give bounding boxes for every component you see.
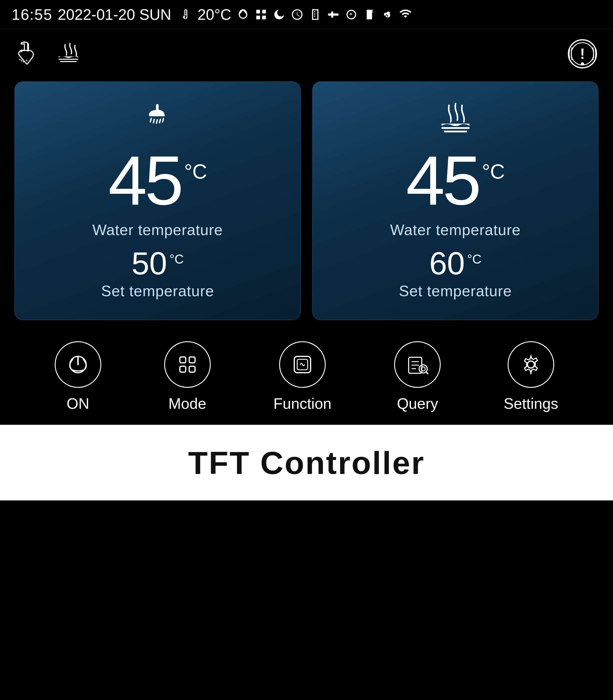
card2-set-temp-unit: °C bbox=[467, 252, 481, 266]
svg-line-14 bbox=[150, 118, 151, 122]
nav-function[interactable]: Function bbox=[273, 341, 331, 412]
card1-water-temp-unit: °C bbox=[184, 160, 207, 183]
svg-rect-8 bbox=[28, 43, 29, 51]
card2-water-temp-label: Water temperature bbox=[390, 221, 521, 239]
svg-rect-24 bbox=[189, 366, 195, 372]
svg-line-17 bbox=[159, 119, 160, 123]
nav-on[interactable]: ON bbox=[55, 341, 101, 412]
top-icons-row: ! bbox=[0, 29, 613, 76]
pipe-icon bbox=[327, 8, 340, 21]
svg-rect-21 bbox=[180, 357, 186, 363]
status-temperature: 20°C bbox=[197, 6, 231, 23]
footer-title: TFT Controller bbox=[188, 444, 425, 481]
query-label: Query bbox=[397, 395, 438, 412]
alert-top-icon[interactable]: ! bbox=[566, 38, 598, 70]
card2-water-temp-unit: °C bbox=[482, 160, 505, 183]
heat-top-icon[interactable] bbox=[55, 41, 81, 67]
heat-card[interactable]: 45 °C Water temperature 60 °C Set temper… bbox=[312, 81, 598, 320]
svg-text:!: ! bbox=[580, 46, 585, 62]
svg-line-4 bbox=[19, 59, 20, 61]
tank-icon: 1 bbox=[363, 8, 376, 21]
wifi-icon bbox=[399, 8, 412, 21]
status-bar: 16:55 2022-01-20 SUN 20°C 1 bbox=[0, 0, 613, 29]
card-heat-icon bbox=[438, 102, 473, 137]
svg-line-15 bbox=[153, 119, 154, 123]
card2-water-temp-value: 45 bbox=[406, 145, 479, 215]
card1-water-temp-display: 45 °C bbox=[108, 145, 207, 215]
card1-water-temp-label: Water temperature bbox=[92, 221, 223, 239]
card1-water-temp-value: 45 bbox=[108, 145, 181, 215]
card1-set-temp-unit: °C bbox=[169, 252, 184, 266]
shower-top-icon[interactable] bbox=[15, 41, 41, 67]
svg-line-33 bbox=[426, 372, 428, 374]
footer: TFT Controller bbox=[0, 425, 613, 500]
mode-circle bbox=[164, 341, 211, 388]
mode-icon bbox=[176, 353, 199, 376]
svg-text:1: 1 bbox=[371, 9, 374, 13]
svg-rect-22 bbox=[189, 357, 195, 363]
status-time: 16:55 bbox=[12, 6, 52, 23]
fan-icon bbox=[381, 8, 394, 21]
function-icon bbox=[291, 353, 314, 376]
grid-icon bbox=[255, 8, 268, 21]
shower-card[interactable]: 45 °C Water temperature 50 °C Set temper… bbox=[15, 81, 301, 320]
svg-point-12 bbox=[581, 62, 584, 65]
svg-rect-1 bbox=[331, 11, 333, 18]
thermometer-icon bbox=[179, 8, 192, 21]
nav-mode[interactable]: Mode bbox=[164, 341, 211, 412]
power-icon bbox=[66, 353, 90, 376]
on-circle bbox=[55, 341, 101, 388]
card2-set-temp-display: 60 °C bbox=[429, 247, 482, 279]
query-circle bbox=[394, 341, 441, 388]
card2-set-temp-label: Set temperature bbox=[399, 282, 512, 300]
svg-line-7 bbox=[26, 60, 27, 62]
function-circle bbox=[279, 341, 326, 388]
building-icon bbox=[309, 8, 322, 21]
card1-set-temp-label: Set temperature bbox=[101, 282, 214, 300]
svg-rect-23 bbox=[180, 366, 186, 372]
card1-set-temp-value: 50 bbox=[132, 247, 167, 279]
moon-icon bbox=[273, 8, 286, 21]
timer-icon bbox=[291, 8, 303, 21]
cards-container: 45 °C Water temperature 50 °C Set temper… bbox=[0, 76, 613, 326]
mode-label: Mode bbox=[169, 395, 206, 412]
svg-line-16 bbox=[156, 120, 157, 123]
water-drop-icon bbox=[237, 8, 249, 21]
svg-point-34 bbox=[527, 361, 534, 368]
card2-water-temp-display: 45 °C bbox=[406, 145, 505, 215]
settings-label: Settings bbox=[504, 395, 558, 412]
bottom-navigation: ON Mode Function bbox=[0, 326, 613, 425]
settings-icon bbox=[519, 353, 543, 376]
function-label: Function bbox=[273, 395, 331, 412]
svg-line-18 bbox=[162, 118, 163, 122]
on-label: ON bbox=[67, 395, 89, 412]
status-date: 2022-01-20 SUN bbox=[57, 6, 171, 23]
nav-settings[interactable]: Settings bbox=[504, 341, 558, 412]
card-shower-icon bbox=[140, 102, 175, 137]
card1-set-temp-display: 50 °C bbox=[132, 247, 184, 279]
settings-circle bbox=[508, 341, 554, 388]
pump-icon bbox=[345, 8, 358, 21]
nav-query[interactable]: Query bbox=[394, 341, 441, 412]
query-icon bbox=[406, 353, 429, 376]
card2-set-temp-value: 60 bbox=[429, 247, 465, 279]
